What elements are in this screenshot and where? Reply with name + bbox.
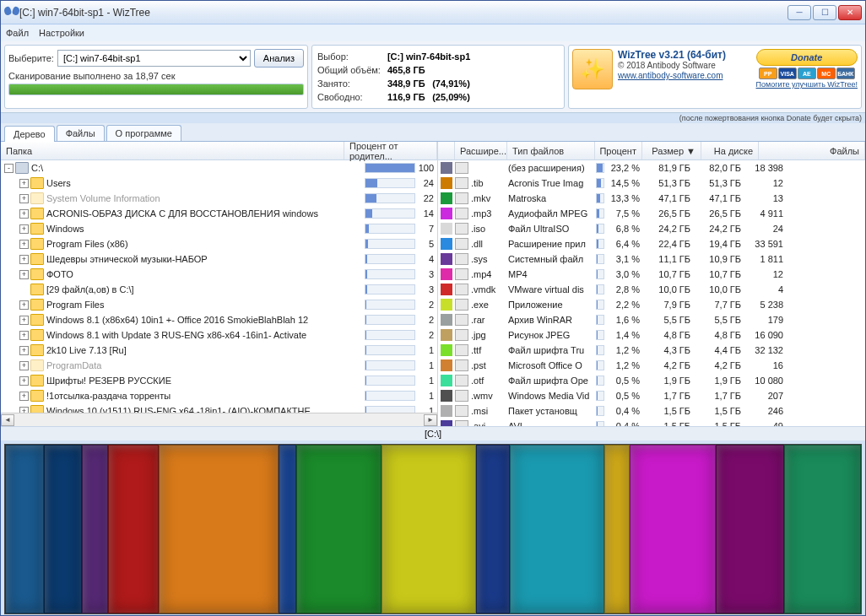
tree-row[interactable]: -C:\100: [1, 160, 437, 176]
color-swatch: [441, 390, 452, 402]
col-percent[interactable]: Процент от родител...: [344, 142, 437, 159]
ext-row[interactable]: .jpgРисунок JPEG1,4 %4,8 ГБ4,8 ГБ16 090: [438, 327, 865, 343]
treemap-block[interactable]: [476, 445, 511, 613]
maximize-button[interactable]: ☐: [813, 5, 836, 20]
tree-row[interactable]: +Шедевры этнической музыки-НАБОР4: [1, 251, 437, 267]
tree-hscroll[interactable]: ◄ ►: [1, 413, 437, 426]
col-folder[interactable]: Папка: [1, 142, 344, 159]
ext-row[interactable]: .isoФайл UltraISO6,8 %24,2 ГБ24,2 ГБ24: [438, 221, 865, 236]
ext-files: 4 911: [744, 208, 787, 219]
ext-row[interactable]: (без расширения)23,2 %81,9 ГБ82,0 ГБ18 3…: [438, 160, 865, 176]
close-button[interactable]: ✕: [838, 5, 862, 20]
ext-body[interactable]: (без расширения)23,2 %81,9 ГБ82,0 ГБ18 3…: [438, 160, 865, 426]
tree-row[interactable]: +Program Files2: [1, 297, 437, 312]
tree-body[interactable]: -C:\100+Users24+System Volume Informatio…: [1, 160, 437, 413]
treemap-block[interactable]: [716, 445, 784, 613]
ext-row[interactable]: .otfФайл шрифта Ope0,5 %1,9 ГБ1,9 ГБ10 0…: [438, 373, 865, 388]
expand-icon[interactable]: +: [19, 209, 29, 219]
donate-hint[interactable]: Помогите улучшить WizTree!: [756, 80, 858, 89]
tree-row[interactable]: +ACRONIS-ОБРАЗ ДИСКА С ДЛЯ ВОССТАНОВЛЕНИ…: [1, 206, 437, 221]
treemap-block[interactable]: [510, 445, 604, 613]
ext-name: .iso: [471, 224, 508, 234]
expand-icon[interactable]: +: [19, 376, 29, 386]
ext-row[interactable]: .pstMicrosoft Office O1,2 %4,2 ГБ4,2 ГБ1…: [438, 358, 865, 373]
tree-row[interactable]: [29 файл(а,ов) в C:\]3: [1, 282, 437, 297]
treemap-block[interactable]: [604, 445, 630, 613]
tree-row[interactable]: +Windows 8.1 (x86x64) 10in1 +- Office 20…: [1, 312, 437, 327]
treemap-block[interactable]: [630, 445, 715, 613]
tree-item-name: Windows 8.1 with Update 3 RUS-ENG x86-x6…: [46, 330, 365, 340]
ext-row[interactable]: .msiПакет установщ0,4 %1,5 ГБ1,5 ГБ246: [438, 403, 865, 419]
expand-icon[interactable]: +: [19, 240, 29, 249]
tree-row[interactable]: +Windows7: [1, 221, 437, 236]
ext-row[interactable]: .dllРасширение прил6,4 %22,4 ГБ19,4 ГБ33…: [438, 236, 865, 251]
treemap-block[interactable]: [296, 445, 382, 613]
ext-pct: 1,2 %: [606, 360, 643, 370]
tree-row[interactable]: +Шрифты! РЕЗЕРВ РУССКИЕ1: [1, 373, 437, 388]
ext-row[interactable]: .sysСистемный файл3,1 %11,1 ГБ10,9 ГБ1 8…: [438, 251, 865, 267]
expand-icon[interactable]: +: [19, 346, 29, 355]
treemap-block[interactable]: [784, 445, 861, 613]
tree-item-name: Program Files (x86): [46, 239, 365, 249]
col-ext[interactable]: Расшире...: [455, 142, 507, 159]
col-files[interactable]: Файлы: [759, 142, 865, 159]
scroll-left-icon[interactable]: ◄: [1, 414, 14, 426]
ext-row[interactable]: .mp3Аудиофайл MPEG7,5 %26,5 ГБ26,5 ГБ4 9…: [438, 206, 865, 221]
expand-icon[interactable]: +: [19, 179, 29, 188]
donate-button[interactable]: Donate: [756, 49, 858, 66]
ext-row[interactable]: .mkvMatroska13,3 %47,1 ГБ47,1 ГБ13: [438, 191, 865, 206]
tree-row[interactable]: +Windows 10 (v1511) RUS-ENG x64 -18in1- …: [1, 403, 437, 413]
ext-row[interactable]: .vmdkVMware virtual dis2,8 %10,0 ГБ10,0 …: [438, 282, 865, 297]
menu-file[interactable]: Файл: [6, 28, 29, 38]
tree-row[interactable]: +Windows 8.1 with Update 3 RUS-ENG x86-x…: [1, 327, 437, 343]
tree-row[interactable]: +Program Files (x86)5: [1, 236, 437, 251]
expand-icon[interactable]: +: [19, 392, 29, 401]
tree-row[interactable]: +System Volume Information22: [1, 191, 437, 206]
expand-icon[interactable]: -: [4, 164, 14, 173]
tree-row[interactable]: +ProgramData1: [1, 358, 437, 373]
expand-icon[interactable]: +: [19, 270, 29, 279]
titlebar: [C:] win7-64bit-sp1 - WizTree ─ ☐ ✕: [1, 1, 865, 24]
ext-row[interactable]: .tibAcronis True Imag14,5 %51,3 ГБ51,3 Г…: [438, 176, 865, 191]
ext-row[interactable]: .aviAVI0,4 %1,5 ГБ1,5 ГБ49: [438, 419, 865, 426]
tab-about[interactable]: О программе: [106, 125, 181, 141]
expand-icon[interactable]: +: [19, 255, 29, 264]
ext-pct-bar: [596, 208, 604, 219]
treemap-block[interactable]: [5, 445, 44, 613]
treemap-block[interactable]: [108, 445, 160, 613]
scroll-right-icon[interactable]: ►: [424, 414, 437, 426]
menu-settings[interactable]: Настройки: [39, 28, 84, 38]
minimize-button[interactable]: ─: [788, 5, 811, 20]
expand-icon[interactable]: +: [19, 194, 29, 203]
ext-row[interactable]: .mp4MP43,0 %10,7 ГБ10,7 ГБ12: [438, 267, 865, 282]
expand-icon[interactable]: +: [19, 300, 29, 310]
treemap-block[interactable]: [82, 445, 107, 613]
ext-row[interactable]: .wmvWindows Media Vid0,5 %1,7 ГБ1,7 ГБ20…: [438, 388, 865, 403]
tree-row[interactable]: +2k10 Live 7.13 [Ru]1: [1, 343, 437, 358]
ext-row[interactable]: .exeПриложение2,2 %7,9 ГБ7,7 ГБ5 238: [438, 297, 865, 312]
expand-icon[interactable]: +: [19, 316, 29, 325]
col-type[interactable]: Тип файлов: [507, 142, 595, 159]
treemap-block[interactable]: [159, 445, 279, 613]
expand-icon[interactable]: +: [19, 407, 29, 413]
col-size[interactable]: Размер ▼: [642, 142, 701, 159]
col-pct[interactable]: Процент: [595, 142, 642, 159]
tree-row[interactable]: +ФОТО3: [1, 267, 437, 282]
expand-icon[interactable]: +: [19, 361, 29, 370]
drive-select[interactable]: [C:] win7-64bit-sp1: [57, 50, 251, 67]
analyze-button[interactable]: Анализ: [254, 49, 304, 68]
expand-icon[interactable]: +: [19, 331, 29, 340]
tab-files[interactable]: Файлы: [57, 125, 105, 141]
tab-tree[interactable]: Дерево: [4, 126, 55, 142]
tree-row[interactable]: +Users24: [1, 176, 437, 191]
treemap-block[interactable]: [279, 445, 295, 613]
ext-row[interactable]: .ttfФайл шрифта Tru1,2 %4,3 ГБ4,4 ГБ32 1…: [438, 343, 865, 358]
col-disk[interactable]: На диске: [701, 142, 759, 159]
treemap-block[interactable]: [382, 445, 476, 613]
tree-row[interactable]: +!1отсылка-раздача торренты1: [1, 388, 437, 403]
expand-icon[interactable]: +: [19, 224, 29, 234]
treemap[interactable]: [4, 444, 862, 614]
treemap-block[interactable]: [44, 445, 83, 613]
ext-row[interactable]: .rarАрхив WinRAR1,6 %5,5 ГБ5,5 ГБ179: [438, 312, 865, 327]
app-website-link[interactable]: www.antibody-software.com: [618, 71, 723, 80]
